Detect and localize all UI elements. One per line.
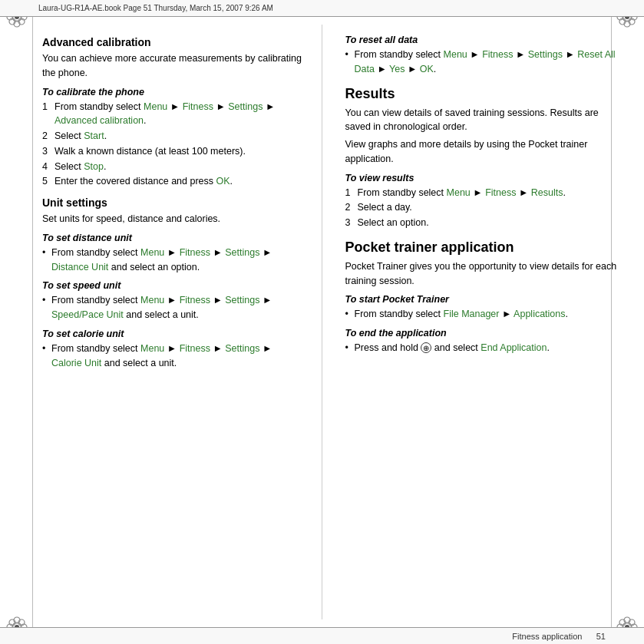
step1-text: From standby select Menu ► Fitness ► Set… [54,101,275,127]
header-text: Laura-UG-R1A-AE.book Page 51 Thursday, M… [38,4,273,12]
vr-step3-text: Select an option. [358,217,429,228]
start-pocket-trainer-subheading: To start Pocket Trainer [345,294,626,305]
calorie-unit-subheading: To set calorie unit [42,329,302,339]
calorie-unit-list: From standby select Menu ► Fitness ► Set… [42,342,302,371]
step-number: 2 [42,129,48,144]
footer-bar: Fitness application 51 [0,627,644,644]
step-number: 1 [345,186,351,200]
advanced-calibration-heading: Advanced calibration [42,36,302,48]
view-results-step-1: 1 From standby select Menu ► Fitness ► R… [345,186,626,200]
header-bar: Laura-UG-R1A-AE.book Page 51 Thursday, M… [0,0,644,17]
distance-unit-subheading: To set distance unit [42,233,302,243]
calibrate-step-3: 3 Walk a known distance (at least 100 me… [42,144,302,159]
results-body2: View graphs and more details by using th… [345,137,626,167]
step-number: 2 [345,200,351,215]
step2-text: Select Start. [54,130,107,141]
distance-unit-item: From standby select Menu ► Fitness ► Set… [42,246,302,275]
pocket-trainer-heading: Pocket trainer application [345,239,626,256]
calibrate-step-4: 4 Select Stop. [42,160,302,174]
vr-step1-text: From standby select Menu ► Fitness ► Res… [358,187,566,198]
left-column: Advanced calibration You can achieve mor… [0,25,322,619]
main-content: Advanced calibration You can achieve mor… [0,17,644,627]
unit-settings-body: Set units for speed, distance and calori… [42,212,302,226]
calorie-unit-item: From standby select Menu ► Fitness ► Set… [42,342,302,371]
pocket-trainer-body: Pocket Trainer gives you the opportunity… [345,259,626,289]
calibrate-steps-list: 1 From standby select Menu ► Fitness ► S… [42,100,302,190]
footer-page-number: 51 [596,632,606,641]
view-results-steps-list: 1 From standby select Menu ► Fitness ► R… [345,186,626,230]
reset-all-data-item: From standby select Menu ► Fitness ► Set… [345,48,626,77]
results-heading: Results [345,86,626,102]
reset-all-data-subheading: To reset all data [345,35,626,45]
start-pocket-trainer-item: From standby select File Manager ► Appli… [345,307,626,322]
vr-step2-text: Select a day. [358,202,412,213]
step-number: 3 [42,144,48,159]
footer-section-label: Fitness application [512,632,582,641]
step3-text: Walk a known distance (at least 100 mete… [54,146,246,157]
step4-text: Select Stop. [54,161,106,172]
distance-unit-list: From standby select Menu ► Fitness ► Set… [42,246,302,275]
calibrate-step-2: 2 Select Start. [42,129,302,144]
step-number: 5 [42,174,48,189]
calibrate-step-1: 1 From standby select Menu ► Fitness ► S… [42,100,302,129]
end-application-subheading: To end the application [345,328,626,339]
speed-unit-subheading: To set speed unit [42,280,302,291]
advanced-calibration-body: You can achieve more accurate measuremen… [42,51,302,81]
calibrate-phone-subheading: To calibrate the phone [42,87,302,97]
results-body1: You can view details of saved training s… [345,106,626,135]
view-results-step-3: 3 Select an option. [345,216,626,230]
unit-settings-heading: Unit settings [42,197,302,209]
hold-button-icon: ⊕ [421,342,431,353]
step-number: 4 [42,160,48,174]
view-results-subheading: To view results [345,173,626,183]
step-number: 1 [42,100,48,114]
step-number: 3 [345,216,351,230]
calibrate-step-5: 5 Enter the covered distance and press O… [42,174,302,189]
reset-all-data-list: From standby select Menu ► Fitness ► Set… [345,48,626,77]
speed-unit-item: From standby select Menu ► Fitness ► Set… [42,293,302,322]
view-results-step-2: 2 Select a day. [345,200,626,215]
speed-unit-list: From standby select Menu ► Fitness ► Set… [42,293,302,322]
right-column: To reset all data From standby select Me… [322,25,645,619]
end-application-item: Press and hold ⊕ and select End Applicat… [345,341,626,355]
step5-text: Enter the covered distance and press OK. [54,176,233,187]
start-pocket-trainer-list: From standby select File Manager ► Appli… [345,307,626,322]
end-application-list: Press and hold ⊕ and select End Applicat… [345,341,626,355]
